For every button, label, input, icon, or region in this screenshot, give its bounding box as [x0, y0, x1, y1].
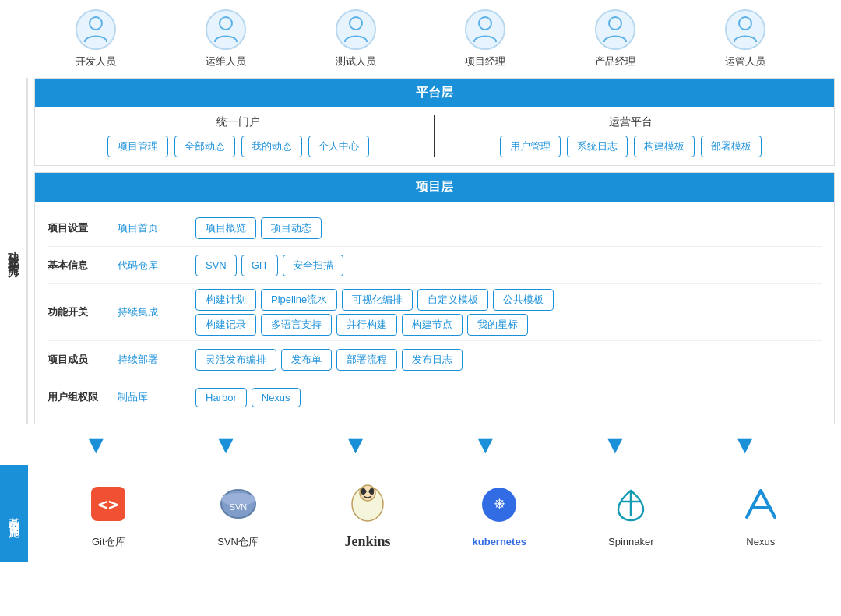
feature-btn-多语言支持[interactable]: 多语言支持	[261, 314, 332, 336]
svg-point-5	[739, 17, 751, 30]
project-subcategory: 持续部署	[118, 353, 195, 367]
infra-sidebar-label: 基础设施	[7, 508, 21, 520]
feature-btn-Nexus[interactable]: Nexus	[252, 388, 301, 407]
platform-btn-用户管理[interactable]: 用户管理	[500, 136, 561, 157]
feature-btn-构建记录[interactable]: 构建记录	[195, 314, 256, 336]
feature-btn-SVN[interactable]: SVN	[195, 255, 237, 276]
project-features: 构建计划Pipeline流水可视化编排自定义模板公共模板构建记录多语言支持并行构…	[195, 289, 822, 336]
arrow-down-5: ▼	[733, 432, 758, 457]
persona-row: 开发人员 运维人员 测试人员 项目经理 产品经理 运管人员	[0, 0, 841, 78]
platform-btn-个人中心[interactable]: 个人中心	[308, 136, 369, 157]
feature-sub-row: 构建记录多语言支持并行构建构建节点我的星标	[195, 314, 822, 336]
project-features: 项目概览项目动态	[195, 217, 822, 239]
platform-btn-全部动态[interactable]: 全部动态	[174, 136, 235, 157]
platform-btn-项目管理[interactable]: 项目管理	[107, 136, 168, 157]
svg-point-1	[220, 17, 232, 30]
infra-item-git: <> Git仓库	[83, 479, 133, 549]
platform-btn-系统日志[interactable]: 系统日志	[567, 136, 628, 157]
feature-btn-灵活发布编排[interactable]: 灵活发布编排	[195, 349, 276, 371]
svg-text:SVN: SVN	[229, 502, 247, 512]
project-row: 用户组权限制品库HarborNexus	[48, 378, 822, 416]
project-title: 项目层	[35, 173, 834, 202]
infra-icon-spinnaker	[606, 480, 656, 530]
feature-btn-构建节点[interactable]: 构建节点	[402, 314, 463, 336]
persona-label-pm: 项目经理	[465, 55, 505, 69]
project-category: 用户组权限	[48, 390, 118, 404]
platform-section: 平台层 统一门户项目管理全部动态我的动态个人中心 运营平台用户管理系统日志构建模…	[34, 78, 835, 166]
feature-btn-安全扫描[interactable]: 安全扫描	[283, 255, 343, 276]
full-layout: 开发人员 运维人员 测试人员 项目经理 产品经理 运管人员 功能支持能力 平台层…	[0, 0, 841, 562]
svg-point-2	[350, 17, 362, 30]
feature-btn-Pipeline流水[interactable]: Pipeline流水	[261, 289, 337, 311]
platform-inner: 统一门户项目管理全部动态我的动态个人中心 运营平台用户管理系统日志构建模板部署模…	[35, 107, 834, 165]
persona-item-test: 测试人员	[336, 9, 376, 69]
infra-icon-svn: SVN	[213, 479, 263, 529]
persona-label-test: 测试人员	[336, 55, 376, 69]
project-subcategory: 项目首页	[118, 221, 195, 235]
project-section: 项目层 项目设置项目首页项目概览项目动态基本信息代码仓库SVNGIT安全扫描功能…	[34, 172, 835, 424]
feature-btn-项目概览[interactable]: 项目概览	[195, 217, 256, 239]
persona-label-pdm: 产品经理	[595, 55, 635, 69]
feature-btn-发布日志[interactable]: 发布日志	[402, 349, 463, 371]
infra-label-git: Git仓库	[92, 535, 125, 549]
persona-icon-admin	[725, 9, 765, 50]
project-row: 功能开关持续集成构建计划Pipeline流水可视化编排自定义模板公共模板构建记录…	[48, 284, 822, 341]
platform-btn-我的动态[interactable]: 我的动态	[241, 136, 302, 157]
project-category: 基本信息	[48, 259, 118, 273]
svg-point-3	[479, 17, 491, 30]
persona-icon-pm	[465, 9, 505, 50]
feature-sub-row: HarborNexus	[195, 388, 822, 407]
infra-label-k8s: kubernetes	[473, 536, 526, 547]
bottom-section: 基础设施 <> Git仓库 SVN SVN仓库 Jenkins ⎈ kubern…	[0, 465, 841, 562]
feature-sub-row: 灵活发布编排发布单部署流程发布日志	[195, 349, 822, 371]
persona-icon-dev	[76, 9, 116, 50]
project-row: 基本信息代码仓库SVNGIT安全扫描	[48, 247, 822, 284]
project-category: 项目成员	[48, 353, 118, 367]
svg-rect-16	[370, 488, 374, 495]
svg-point-0	[90, 17, 102, 30]
infra-item-k8s: ⎈ kubernetes	[473, 480, 526, 547]
func-sidebar: 功能支持能力	[0, 78, 28, 424]
arrow-down-1: ▼	[213, 432, 238, 457]
middle-section: 功能支持能力 平台层 统一门户项目管理全部动态我的动态个人中心 运营平台用户管理…	[0, 78, 841, 424]
feature-btn-公共模板[interactable]: 公共模板	[493, 289, 554, 311]
project-inner: 项目设置项目首页项目概览项目动态基本信息代码仓库SVNGIT安全扫描功能开关持续…	[35, 202, 834, 424]
infra-label-jenkins: Jenkins	[345, 533, 391, 550]
project-category: 功能开关	[48, 305, 118, 319]
infra-item-spinnaker: Spinnaker	[606, 480, 656, 547]
svg-text:<>: <>	[98, 495, 119, 514]
feature-btn-部署流程[interactable]: 部署流程	[336, 349, 397, 371]
arrow-down-3: ▼	[473, 432, 498, 457]
feature-sub-row: SVNGIT安全扫描	[195, 255, 822, 276]
feature-btn-并行构建[interactable]: 并行构建	[336, 314, 397, 336]
persona-label-dev: 开发人员	[76, 55, 116, 69]
persona-icon-test	[336, 9, 376, 50]
feature-btn-项目动态[interactable]: 项目动态	[261, 217, 322, 239]
platform-btn-部署模板[interactable]: 部署模板	[701, 136, 762, 157]
arrow-row: ▼▼▼▼▼▼	[0, 424, 841, 465]
feature-btn-构建计划[interactable]: 构建计划	[195, 289, 256, 311]
infra-icon-git: <>	[83, 479, 133, 529]
persona-label-admin: 运管人员	[725, 55, 765, 69]
persona-item-ops: 运维人员	[206, 9, 246, 69]
infra-label-spinnaker: Spinnaker	[608, 536, 654, 547]
svg-text:⎈: ⎈	[494, 493, 505, 512]
feature-btn-我的星标[interactable]: 我的星标	[467, 314, 528, 336]
platform-title: 平台层	[35, 79, 834, 107]
infra-item-svn: SVN SVN仓库	[213, 479, 263, 549]
func-sidebar-label: 功能支持能力	[6, 242, 20, 261]
middle-right: 平台层 统一门户项目管理全部动态我的动态个人中心 运营平台用户管理系统日志构建模…	[28, 78, 841, 424]
feature-btn-可视化编排[interactable]: 可视化编排	[342, 289, 413, 311]
feature-btn-GIT[interactable]: GIT	[241, 255, 279, 276]
feature-btn-自定义模板[interactable]: 自定义模板	[417, 289, 488, 311]
infra-label-svn: SVN仓库	[217, 535, 259, 549]
feature-btn-Harbor[interactable]: Harbor	[195, 388, 247, 407]
project-subcategory: 持续集成	[118, 305, 195, 319]
infra-item-jenkins: Jenkins	[343, 477, 392, 550]
project-row: 项目设置项目首页项目概览项目动态	[48, 209, 822, 247]
persona-item-pdm: 产品经理	[595, 9, 635, 69]
platform-btn-构建模板[interactable]: 构建模板	[634, 136, 695, 157]
feature-btn-发布单[interactable]: 发布单	[281, 349, 332, 371]
svg-point-4	[609, 17, 621, 30]
platform-left: 统一门户项目管理全部动态我的动态个人中心	[43, 115, 435, 157]
